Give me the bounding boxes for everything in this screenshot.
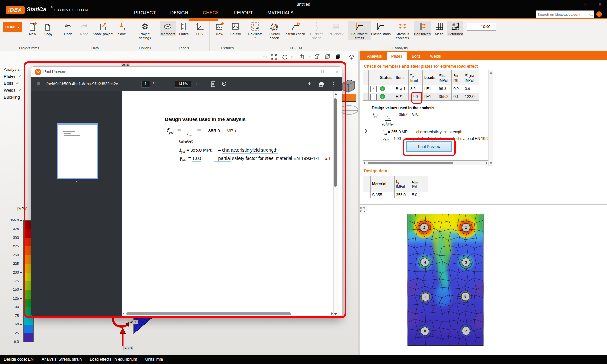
gallery-button[interactable]: Gallery — [227, 21, 243, 36]
nav-buckling[interactable]: Buckling — [4, 94, 26, 100]
page-thumbnail[interactable] — [57, 123, 98, 179]
pdf-page-view[interactable]: Design values used in the analysis fyd =… — [122, 91, 338, 317]
print-preview-button[interactable]: Print Preview — [406, 141, 452, 152]
transparent-view-icon[interactable] — [324, 53, 331, 61]
equivalent-stress-toggle[interactable]: Equivalent stress — [348, 21, 371, 40]
menu-report[interactable]: REPORT — [232, 9, 254, 16]
print-preview-title-bar[interactable]: Print Preview — ☐ ✕ — [31, 67, 342, 77]
undo-button[interactable]: Undo — [60, 21, 76, 36]
scroll-down-icon[interactable] — [334, 313, 337, 315]
scroll-right-icon[interactable] — [486, 162, 487, 164]
close-button[interactable]: ✕ — [594, 1, 606, 8]
zoom-level-input[interactable]: 141% — [175, 81, 191, 88]
page-number-input[interactable]: 1 — [141, 81, 150, 88]
pdf-thumbnail-sidebar[interactable]: 1 — [31, 91, 122, 317]
spinner-up-icon[interactable]: ▲ — [493, 24, 495, 26]
calculate-dropdown-chevron[interactable]: ˅ — [254, 36, 256, 40]
stress-in-contacts-toggle[interactable]: Stress in contacts — [391, 21, 414, 40]
checks-vertical-scrollbar[interactable] — [488, 70, 493, 166]
pdf-menu-icon[interactable]: ≡ — [34, 80, 43, 88]
menu-project[interactable]: PROJECT — [133, 9, 157, 16]
zoom-fit-icon[interactable] — [270, 53, 278, 61]
clipping-icon[interactable] — [299, 53, 306, 61]
calculate-button[interactable]: Calculate ˅ — [247, 21, 263, 40]
bolt-forces-toggle[interactable]: Bolt forces — [414, 21, 431, 36]
scrollbar-thumb[interactable] — [334, 98, 337, 187]
plastic-strain-toggle[interactable]: Plastic strain — [371, 21, 391, 36]
fit-page-icon[interactable] — [209, 80, 217, 88]
project-settings-button[interactable]: ⚙ Project settings — [134, 21, 156, 40]
preview-minimize-button[interactable]: — — [303, 68, 313, 75]
info-icon[interactable]: i — [596, 11, 602, 17]
scroll-up-icon[interactable] — [490, 72, 492, 74]
table-row[interactable]: S 355 355.0 5.0 — [363, 192, 428, 198]
scrollbar-thumb[interactable] — [368, 162, 453, 164]
scroll-right-icon[interactable] — [331, 312, 333, 315]
share-project-button[interactable]: Share project — [92, 21, 114, 36]
print-icon[interactable] — [317, 80, 325, 88]
menu-check[interactable]: CHECK — [202, 9, 221, 16]
rotate-page-icon[interactable] — [220, 80, 228, 88]
scroll-up-icon[interactable] — [334, 93, 337, 95]
nav-bolts[interactable]: Bolts✓ — [4, 80, 26, 87]
scroll-left-icon[interactable] — [363, 162, 365, 164]
collapse-row-button[interactable]: − — [370, 94, 377, 100]
copy-project-button[interactable]: Copy — [40, 21, 56, 36]
mesh-toggle[interactable]: Mesh — [431, 21, 447, 36]
detail-horizontal-scrollbar[interactable] — [363, 161, 488, 165]
table-row[interactable]: + ✓ B-w 1 8.6 LE1 99.3 0.0 0.0 — [363, 85, 479, 93]
clipping-dropdown-chevron[interactable]: ˅ — [309, 56, 311, 58]
tab-plates[interactable]: Plates — [387, 52, 407, 60]
tab-analysis[interactable]: Analysis — [363, 52, 386, 60]
spinner-down-icon[interactable]: ▼ — [493, 27, 495, 29]
measure-icon[interactable] — [260, 53, 267, 61]
rotate-dropdown-chevron[interactable]: ˅ — [291, 56, 293, 58]
deformed-scale-spinner[interactable]: 10.00 ▲ ▼ — [467, 23, 496, 31]
pdf-vertical-scrollbar[interactable] — [333, 91, 338, 317]
expand-row-button[interactable]: + — [370, 86, 377, 92]
save-button[interactable]: Save — [114, 21, 130, 36]
zoom-out-icon[interactable]: − — [165, 80, 173, 88]
nav-plates[interactable]: Plates✓ — [4, 73, 26, 80]
scroll-left-icon[interactable] — [123, 312, 124, 315]
tab-bolts[interactable]: Bolts — [407, 52, 425, 60]
scroll-down-icon[interactable] — [490, 162, 492, 164]
solid-view-icon[interactable] — [334, 53, 342, 61]
color-scale-labels: 355.032530027525022520017515012510075502… — [0, 220, 22, 343]
result-nav: Analysis✓ Plates✓ Bolts✓ Welds✓ Buckling — [4, 66, 26, 100]
maximize-button[interactable]: ❐ — [579, 1, 592, 8]
print-preview-window[interactable]: Print Preview — ☐ ✕ ≡ fbefd9cf-b500-4ba1… — [31, 66, 342, 318]
wireframe-view-icon[interactable] — [313, 53, 321, 61]
expand-view-button[interactable] — [360, 206, 367, 214]
chevron-right-icon[interactable]: ❯ — [364, 129, 368, 133]
search-box[interactable] — [536, 10, 594, 18]
nav-welds[interactable]: Welds✓ — [4, 87, 26, 94]
preview-close-button[interactable]: ✕ — [332, 68, 342, 75]
table-row[interactable]: − ✓ EP1 14.0 LE1 355.2 0.1 122.0 — [363, 93, 479, 101]
zoom-in-icon[interactable]: + — [193, 80, 201, 88]
menu-design[interactable]: DESIGN — [169, 9, 190, 16]
member-view-icon[interactable] — [348, 53, 355, 61]
bolt-number-label: 5 — [464, 294, 466, 298]
download-icon[interactable] — [305, 80, 313, 88]
menu-materials[interactable]: MATERIALS — [266, 9, 295, 16]
tab-welds[interactable]: Welds — [426, 52, 445, 60]
fe-mesh-plot[interactable]: 21436587 — [407, 214, 484, 346]
new-project-button[interactable]: New — [25, 21, 40, 36]
preview-maximize-button[interactable]: ☐ — [317, 68, 328, 75]
strain-check-button[interactable]: % Strain check — [285, 21, 306, 36]
minimize-button[interactable]: – — [565, 1, 577, 8]
connection-selector[interactable]: CON1˅ — [3, 22, 22, 32]
search-input[interactable] — [536, 13, 589, 16]
pdf-horizontal-scrollbar[interactable] — [122, 312, 334, 316]
deformed-toggle[interactable]: Deformed — [447, 21, 463, 36]
scrollbar-thumb[interactable] — [126, 312, 291, 315]
overall-check-button[interactable]: Overall check — [263, 21, 285, 40]
more-options-icon[interactable]: ⋮ — [329, 80, 337, 88]
members-toggle[interactable]: Members — [160, 21, 176, 36]
plates-toggle[interactable]: Plates — [176, 21, 192, 36]
rotate-view-icon[interactable] — [281, 53, 288, 61]
nav-analysis[interactable]: Analysis✓ — [4, 66, 26, 73]
lcs-toggle[interactable]: LCS — [192, 21, 207, 36]
new-picture-button[interactable]: New — [212, 21, 227, 36]
